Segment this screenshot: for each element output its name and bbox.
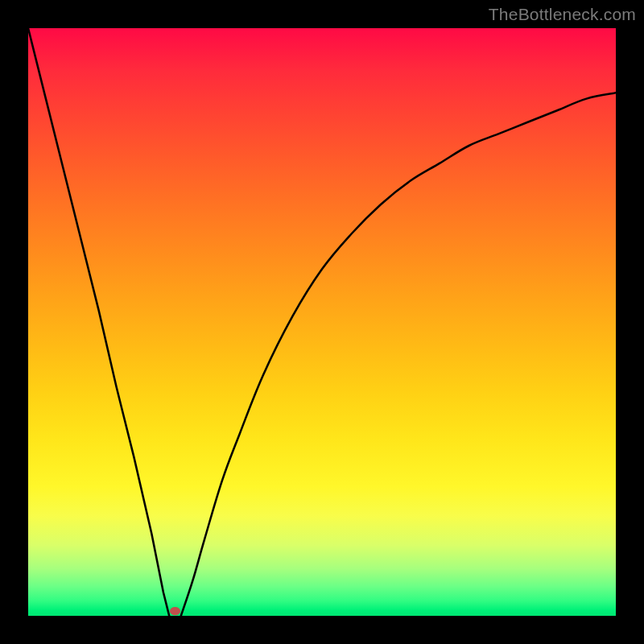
gradient-background — [28, 28, 616, 616]
plot-area — [28, 28, 616, 616]
watermark-text: TheBottleneck.com — [489, 5, 636, 24]
chart-frame: TheBottleneck.com — [0, 0, 644, 644]
